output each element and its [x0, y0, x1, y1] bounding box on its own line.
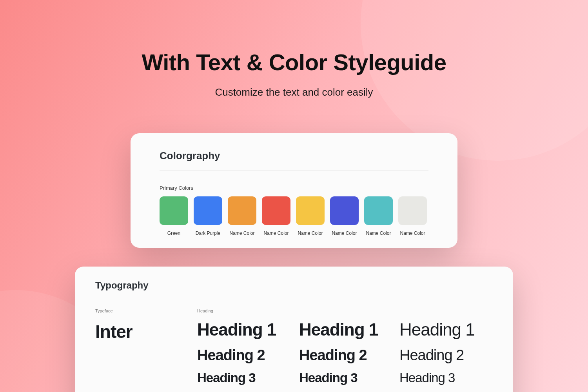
swatch-label: Name Color: [366, 230, 391, 236]
typography-title: Typography: [95, 280, 493, 291]
typography-card: Typography Typeface Inter Heading Headin…: [75, 267, 513, 392]
swatch-chip: [398, 196, 427, 225]
heading-1-sample: Heading 1: [299, 321, 399, 338]
swatch-row: Green Dark Purple Name Color Name Color …: [160, 196, 428, 236]
swatch-chip: [296, 196, 325, 225]
heading-label: Heading: [197, 309, 299, 313]
page-subtitle: Customize the text and color easily: [0, 86, 588, 98]
swatch-label: Dark Purple: [196, 230, 220, 236]
color-swatch: Name Color: [228, 196, 256, 236]
swatch-chip: [262, 196, 290, 225]
heading-3-sample: Heading 3: [299, 371, 399, 384]
color-swatch: Green: [160, 196, 188, 236]
typeface-column: Typeface Inter: [95, 309, 197, 384]
swatch-label: Name Color: [263, 230, 289, 236]
heading-2-sample: Heading 2: [399, 348, 500, 363]
divider: [160, 171, 428, 171]
heading-label-spacer: [299, 309, 399, 313]
swatch-chip: [194, 196, 222, 225]
swatch-label: Name Color: [229, 230, 254, 236]
color-swatch: Name Color: [296, 196, 325, 236]
heading-2-sample: Heading 2: [197, 348, 299, 363]
hero-section: With Text & Color Styleguide Customize t…: [0, 49, 588, 98]
heading-column-semi: Heading 1 Heading 2 Heading 3: [299, 309, 399, 384]
swatch-chip: [330, 196, 359, 225]
heading-2-sample: Heading 2: [299, 348, 399, 363]
swatch-label: Green: [167, 230, 180, 236]
page-title: With Text & Color Styleguide: [0, 49, 588, 75]
heading-3-sample: Heading 3: [197, 371, 299, 384]
heading-3-sample: Heading 3: [399, 371, 500, 384]
heading-column-bold: Heading Heading 1 Heading 2 Heading 3: [197, 309, 299, 384]
color-swatch: Dark Purple: [194, 196, 222, 236]
color-swatch: Name Color: [262, 196, 290, 236]
typeface-name: Inter: [95, 321, 197, 342]
divider: [95, 298, 493, 298]
primary-colors-label: Primary Colors: [160, 185, 428, 191]
swatch-label: Name Color: [400, 230, 425, 236]
swatch-label: Name Color: [298, 230, 323, 236]
typeface-label: Typeface: [95, 309, 197, 313]
colorgraphy-card: Colorgraphy Primary Colors Green Dark Pu…: [131, 133, 457, 248]
swatch-chip: [228, 196, 256, 225]
heading-column-regular: Heading 1 Heading 2 Heading 3: [399, 309, 500, 384]
heading-1-sample: Heading 1: [399, 321, 500, 338]
swatch-chip: [160, 196, 188, 225]
color-swatch: Name Color: [330, 196, 359, 236]
color-swatch: Name Color: [398, 196, 427, 236]
swatch-label: Name Color: [332, 230, 357, 236]
colorgraphy-title: Colorgraphy: [160, 150, 428, 162]
heading-1-sample: Heading 1: [197, 321, 299, 338]
color-swatch: Name Color: [364, 196, 393, 236]
swatch-chip: [364, 196, 393, 225]
heading-label-spacer: [399, 309, 500, 313]
